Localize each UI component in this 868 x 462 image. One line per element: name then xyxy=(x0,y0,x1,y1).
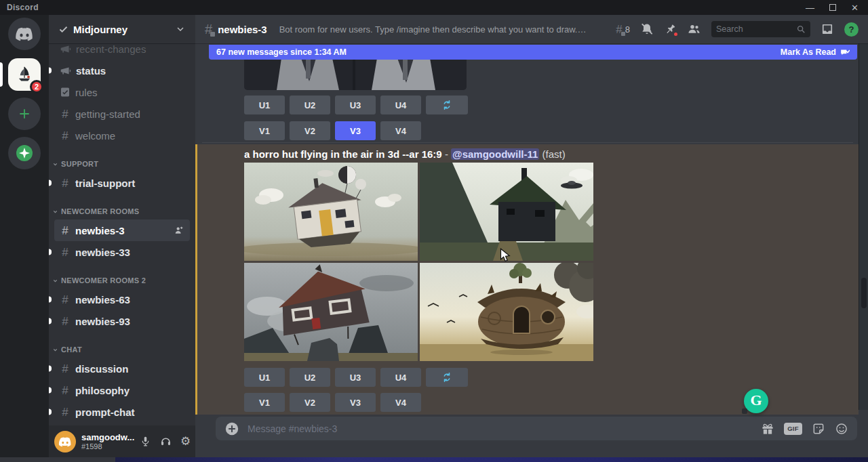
microphone-icon[interactable] xyxy=(140,436,151,447)
server-icon-midjourney[interactable]: 2 xyxy=(8,58,41,91)
explore-servers-button[interactable] xyxy=(8,137,41,169)
channel-topic[interactable]: Bot room for new users. Type /imagine th… xyxy=(279,24,588,35)
sidebar-item-philosophy[interactable]: # philosophy xyxy=(54,379,190,401)
grid-image-2-mountain-cabin[interactable] xyxy=(420,163,593,261)
category-support[interactable]: SUPPORT xyxy=(49,156,195,172)
sidebar-item-recent-changes[interactable]: recent-changes xyxy=(54,43,190,60)
channel-label: newbies-93 xyxy=(75,316,130,327)
balloon-house-art xyxy=(244,163,418,261)
v3-button-active[interactable]: V3 xyxy=(335,121,376,140)
grid-image-3-crooked-house[interactable] xyxy=(244,263,418,361)
sticker-icon[interactable] xyxy=(812,422,825,436)
sidebar-item-getting-started[interactable]: # getting-started xyxy=(54,103,190,125)
sidebar-item-welcome[interactable]: # welcome xyxy=(54,125,190,146)
v4-button[interactable]: V4 xyxy=(380,393,421,412)
sidebar-item-discussion[interactable]: # discussion xyxy=(54,358,190,379)
search-box[interactable] xyxy=(711,21,810,37)
headphones-icon[interactable] xyxy=(160,436,172,447)
channel-label: discussion xyxy=(75,363,128,375)
chat-area: # newbies-3 Bot room for new users. Type… xyxy=(195,15,868,457)
inbox-icon[interactable] xyxy=(821,22,834,36)
category-newcomer-rooms[interactable]: NEWCOMER ROOMS xyxy=(49,203,195,219)
help-icon[interactable]: ? xyxy=(844,22,859,37)
new-messages-banner[interactable]: 67 new messages since 1:34 AM Mark As Re… xyxy=(209,45,857,60)
reroll-button[interactable] xyxy=(426,368,468,387)
megaphone-icon xyxy=(60,65,71,77)
category-label: CHAT xyxy=(61,345,82,354)
grammarly-g-icon: G xyxy=(750,392,762,409)
channel-label: trial-support xyxy=(75,177,135,189)
emoji-icon[interactable] xyxy=(835,422,848,436)
server-header[interactable]: Midjourney xyxy=(49,15,195,43)
grammarly-widget[interactable]: G xyxy=(744,389,768,413)
chat-scrollbar[interactable] xyxy=(859,43,868,410)
v4-button[interactable]: V4 xyxy=(380,121,421,140)
channel-label: newbies-33 xyxy=(75,247,130,258)
u3-button[interactable]: U3 xyxy=(335,368,376,387)
unread-pill xyxy=(49,297,52,303)
grid-image-1-balloon-house[interactable] xyxy=(244,163,418,261)
u1-button[interactable]: U1 xyxy=(244,368,285,387)
reroll-button[interactable] xyxy=(426,96,468,114)
u2-button[interactable]: U2 xyxy=(290,96,330,114)
v2-button[interactable]: V2 xyxy=(290,393,330,412)
sidebar-item-newbies-63[interactable]: # newbies-63 xyxy=(54,289,190,310)
u4-button[interactable]: U4 xyxy=(380,96,421,114)
scrollbar-thumb[interactable] xyxy=(861,278,867,308)
message-composer[interactable]: GIF xyxy=(216,417,857,440)
attach-plus-icon[interactable] xyxy=(224,421,239,436)
user-info[interactable]: samgoodw... #1598 xyxy=(81,432,134,450)
user-mention[interactable]: @samgoodwill-11 xyxy=(451,148,539,160)
category-newcomer-rooms-2[interactable]: NEWCOMER ROOMS 2 xyxy=(49,272,195,289)
rules-icon xyxy=(60,87,71,98)
u1-button[interactable]: U1 xyxy=(244,96,285,114)
sidebar-item-newbies-33[interactable]: # newbies-33 xyxy=(54,241,190,263)
unread-pill xyxy=(49,409,52,415)
add-server-button[interactable] xyxy=(8,98,41,130)
avatar[interactable] xyxy=(54,431,76,453)
member-list-icon[interactable] xyxy=(687,22,701,36)
message-image-partial[interactable] xyxy=(244,58,467,90)
unread-pill xyxy=(49,180,52,186)
gift-icon[interactable] xyxy=(761,422,774,436)
v3-button[interactable]: V3 xyxy=(335,393,376,412)
plus-icon xyxy=(18,107,31,121)
v1-button[interactable]: V1 xyxy=(244,393,285,412)
pinned-messages-button[interactable] xyxy=(664,23,677,36)
settings-gear-icon[interactable]: ⚙ xyxy=(180,436,191,447)
v1-button[interactable]: V1 xyxy=(244,121,285,140)
channel-sidebar: Midjourney recent-changes status rules #… xyxy=(49,15,195,457)
compass-icon xyxy=(15,144,34,163)
mark-as-read-button[interactable]: Mark As Read xyxy=(781,47,850,57)
sidebar-item-newbies-3[interactable]: # newbies-3 xyxy=(54,219,190,241)
verified-check-icon xyxy=(58,24,68,35)
minimize-icon[interactable]: — xyxy=(806,3,814,12)
v2-button[interactable]: V2 xyxy=(290,121,330,140)
u2-button[interactable]: U2 xyxy=(290,368,330,387)
taskbar-edge xyxy=(0,457,868,462)
maximize-icon[interactable] xyxy=(829,4,836,11)
home-button[interactable] xyxy=(8,18,41,50)
active-server-pill xyxy=(0,62,3,87)
u4-button[interactable]: U4 xyxy=(380,368,421,387)
message-input[interactable] xyxy=(248,423,753,434)
u3-button[interactable]: U3 xyxy=(335,96,376,114)
server-rail: 2 xyxy=(0,15,49,457)
sidebar-item-rules[interactable]: rules xyxy=(54,81,190,103)
gif-icon[interactable]: GIF xyxy=(784,423,802,435)
category-chat[interactable]: CHAT xyxy=(49,341,195,358)
sidebar-item-newbies-93[interactable]: # newbies-93 xyxy=(54,310,190,332)
grid-image-4-owl-house[interactable] xyxy=(420,263,593,361)
sidebar-item-prompt-chat[interactable]: # prompt-chat xyxy=(54,401,190,423)
notifications-muted-bell-icon[interactable] xyxy=(640,22,654,36)
search-input[interactable] xyxy=(716,24,793,34)
variation-button-row: V1 V2 V3 V4 xyxy=(244,121,421,140)
sidebar-item-status[interactable]: status xyxy=(54,60,190,81)
hash-icon: # xyxy=(60,247,71,258)
close-icon[interactable]: ✕ xyxy=(851,3,859,12)
hash-icon: # xyxy=(60,294,71,306)
invite-people-icon[interactable] xyxy=(174,225,184,236)
channel-label: newbies-3 xyxy=(75,225,125,236)
sidebar-item-trial-support[interactable]: # trial-support xyxy=(54,172,190,194)
threads-button[interactable]: # 8 xyxy=(616,24,630,35)
